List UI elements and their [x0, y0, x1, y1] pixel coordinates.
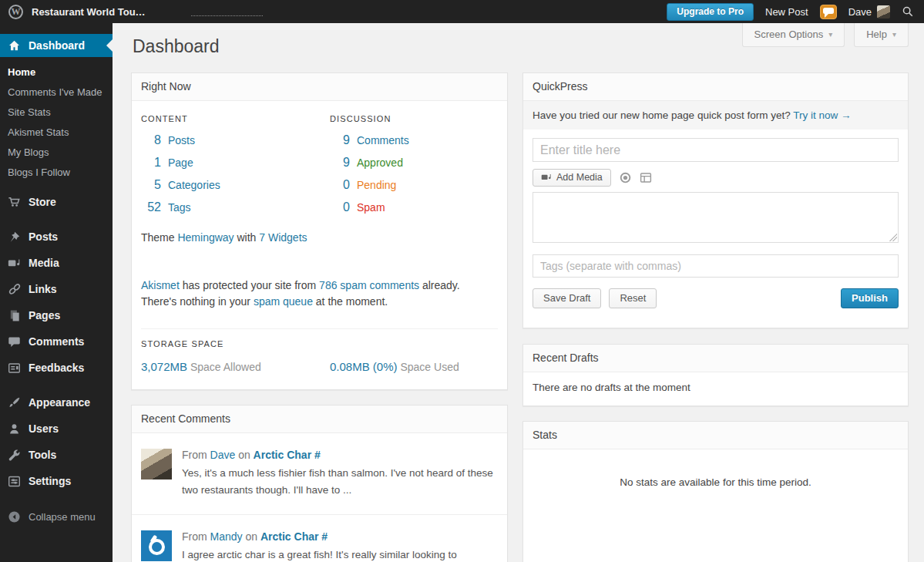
chevron-down-icon: ▾ — [828, 31, 832, 39]
storage-used-label: Space Used — [400, 361, 459, 373]
theme-line: Theme Hemingway with 7 Widgets — [141, 231, 498, 244]
approved-link[interactable]: Approved — [357, 156, 403, 169]
spam-count-link[interactable]: 0 — [330, 200, 350, 214]
sidebar-subitem-home[interactable]: Home — [0, 62, 113, 82]
tags-link[interactable]: Tags — [168, 201, 191, 214]
adminbar-dotted-underline — [191, 15, 263, 16]
discussion-row-pending: 0 Pending — [330, 178, 498, 190]
divider — [141, 328, 498, 329]
recent-drafts-header[interactable]: Recent Drafts — [523, 345, 908, 372]
akismet-text: at the moment. — [316, 295, 388, 308]
post-title-input[interactable] — [533, 138, 899, 162]
comment-post-link[interactable]: Arctic Char # — [254, 449, 321, 461]
comment-author-link[interactable]: Mandy — [210, 530, 243, 543]
quickpress-actions: Save Draft Reset Publish — [533, 288, 899, 308]
spam-queue-link[interactable]: spam queue — [254, 295, 313, 308]
resize-handle[interactable] — [889, 234, 897, 241]
sidebar-item-posts[interactable]: Posts — [0, 224, 113, 250]
home-icon — [7, 39, 22, 53]
tags-input[interactable] — [533, 254, 899, 278]
posts-count-link[interactable]: 8 — [141, 133, 161, 147]
sidebar-item-feedbacks[interactable]: Feedbacks — [0, 355, 113, 381]
sidebar-subitem-akismet-stats[interactable]: Akismet Stats — [0, 123, 113, 143]
site-title[interactable]: Restaurant World Tou… — [32, 6, 146, 18]
kitchen-sink-icon[interactable] — [640, 172, 652, 183]
add-media-button[interactable]: Add Media — [533, 169, 611, 187]
discussion-row-comments: 9 Comments — [330, 133, 498, 146]
sidebar-item-comments[interactable]: Comments — [0, 328, 113, 355]
akismet-link[interactable]: Akismet — [141, 279, 180, 291]
pending-link[interactable]: Pending — [357, 179, 396, 191]
comment-meta: From Mandy on Arctic Char # — [182, 530, 457, 543]
proofread-icon[interactable] — [620, 172, 631, 183]
comment-post-link[interactable]: Arctic Char # — [260, 530, 328, 543]
storage-allowed-link[interactable]: 3,072MB — [141, 360, 187, 373]
sidebar-item-tools[interactable]: Tools — [0, 442, 113, 468]
sidebar-subitem-my-blogs[interactable]: My Blogs — [0, 143, 113, 163]
screen-options-button[interactable]: Screen Options ▾ — [742, 23, 845, 47]
sidebar-item-dashboard[interactable]: Dashboard — [0, 34, 113, 57]
sidebar-item-pages[interactable]: Pages — [0, 302, 113, 328]
avatar — [877, 5, 890, 19]
pages-icon — [7, 308, 22, 323]
sidebar-subitem-site-stats[interactable]: Site Stats — [0, 103, 113, 123]
collapse-menu-button[interactable]: Collapse menu — [0, 503, 113, 530]
content-column: CONTENT 8 Posts 1 Page 5 Categories 52 T… — [141, 101, 330, 213]
help-button[interactable]: Help ▾ — [854, 23, 909, 47]
pages-link[interactable]: Page — [168, 156, 193, 169]
sliders-icon — [7, 474, 22, 489]
theme-link[interactable]: Hemingway — [177, 231, 234, 244]
sidebar-item-users[interactable]: Users — [0, 416, 113, 442]
sidebar-item-label: Dashboard — [29, 39, 85, 52]
post-content-textarea[interactable] — [533, 192, 899, 243]
upgrade-to-pro-button[interactable]: Upgrade to Pro — [667, 3, 754, 21]
storage-allowed-label: Space Allowed — [190, 361, 261, 373]
try-it-now-link[interactable]: Try it now → — [793, 109, 851, 121]
wordpress-logo-icon[interactable]: W — [8, 5, 23, 19]
recent-comments-header[interactable]: Recent Comments — [132, 406, 507, 433]
categories-count-link[interactable]: 5 — [141, 178, 161, 192]
user-name: Dave — [848, 6, 872, 18]
tags-count-link[interactable]: 52 — [141, 200, 161, 214]
sidebar-subitem-comments-ive-made[interactable]: Comments I've Made — [0, 82, 113, 103]
comment-text: I agree arctic char is a great fish! It'… — [182, 547, 457, 562]
spam-link[interactable]: Spam — [357, 201, 385, 214]
sidebar-item-store[interactable]: Store — [0, 189, 113, 215]
help-label: Help — [866, 29, 887, 40]
pending-count-link[interactable]: 0 — [330, 178, 350, 192]
widgets-link[interactable]: 7 Widgets — [259, 231, 307, 244]
new-post-link[interactable]: New Post — [765, 6, 808, 18]
save-draft-button[interactable]: Save Draft — [533, 288, 601, 308]
add-media-label: Add Media — [556, 172, 603, 183]
publish-button[interactable]: Publish — [841, 288, 899, 308]
notifications-icon[interactable] — [820, 5, 837, 19]
storage-used: 0.08MB (0%) Space Used — [330, 360, 498, 373]
content-row-pages: 1 Page — [141, 156, 330, 168]
comments-count-link[interactable]: 9 — [330, 133, 350, 147]
categories-link[interactable]: Categories — [168, 179, 220, 191]
comment-text: Yes, it's a much less fishier fish than … — [182, 465, 494, 499]
search-icon[interactable] — [902, 5, 914, 18]
right-now-header[interactable]: Right Now — [132, 73, 507, 101]
avatar — [141, 530, 172, 561]
posts-link[interactable]: Posts — [168, 134, 195, 146]
approved-count-link[interactable]: 9 — [330, 156, 350, 170]
comments-link[interactable]: Comments — [357, 134, 409, 146]
account-menu[interactable]: Dave — [848, 5, 890, 19]
discussion-column: DISCUSSION 9 Comments 9 Approved 0 Pendi… — [330, 101, 498, 213]
comment-author-link[interactable]: Dave — [210, 449, 236, 461]
sidebar-subitem-blogs-i-follow[interactable]: Blogs I Follow — [0, 163, 113, 183]
recent-comments-body: From Dave on Arctic Char # Yes, it's a m… — [132, 433, 507, 562]
pages-count-link[interactable]: 1 — [141, 156, 161, 170]
spam-comments-link[interactable]: 786 spam comments — [319, 279, 419, 291]
storage-used-link[interactable]: 0.08MB (0%) — [330, 360, 398, 373]
quickpress-header[interactable]: QuickPress — [523, 73, 908, 101]
stats-header[interactable]: Stats — [523, 422, 908, 449]
sidebar-item-appearance[interactable]: Appearance — [0, 389, 113, 416]
sidebar-item-media[interactable]: Media — [0, 250, 113, 276]
reset-button[interactable]: Reset — [609, 288, 657, 308]
recent-comments-panel: Recent Comments From Dave on Arctic Char… — [131, 405, 508, 562]
sidebar-item-settings[interactable]: Settings — [0, 468, 113, 494]
comment-item: From Dave on Arctic Char # Yes, it's a m… — [132, 433, 507, 514]
sidebar-item-links[interactable]: Links — [0, 276, 113, 302]
